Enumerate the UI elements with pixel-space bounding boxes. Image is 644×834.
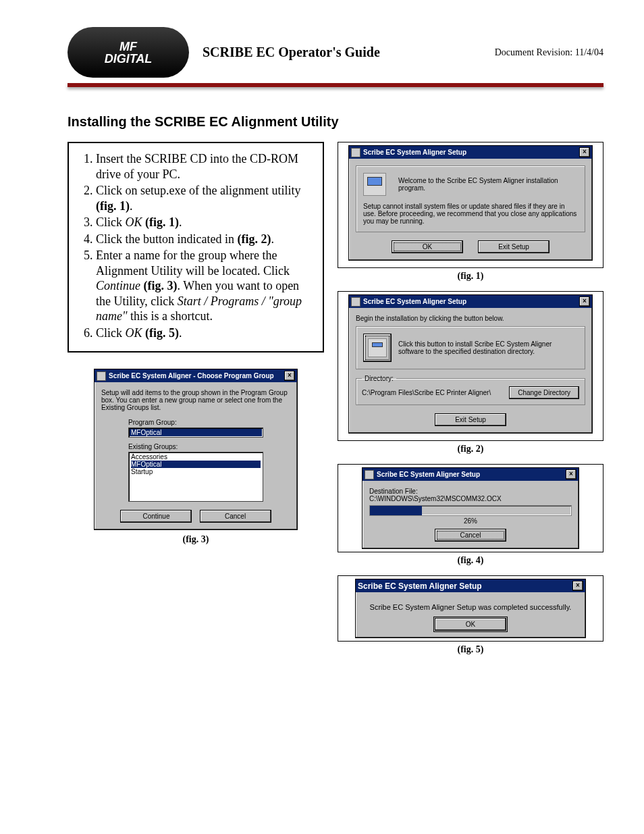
step-2: Click on setup.exe of the alignment util… — [96, 183, 313, 213]
fig1-title: Scribe EC System Aligner Setup — [363, 149, 576, 156]
fig3-intro: Setup will add items to the group shown … — [101, 389, 290, 411]
fig4-caption: (fig. 4) — [338, 555, 603, 566]
step-5-b: Continue — [96, 279, 140, 292]
step-4-c: . — [271, 232, 274, 246]
change-directory-button[interactable]: Change Directory — [509, 386, 579, 399]
fig1-dialog: Scribe EC System Aligner Setup × Welcome… — [348, 145, 593, 261]
fig4-title: Scribe EC System Aligner Setup — [377, 471, 563, 478]
fig3-titlebar: Scribe EC System Aligner - Choose Progra… — [95, 369, 297, 382]
list-item[interactable]: Accessories — [131, 453, 261, 461]
step-6-d: . — [179, 326, 182, 340]
app-icon — [365, 470, 374, 479]
exit-setup-button[interactable]: Exit Setup — [435, 413, 506, 426]
existing-groups-list[interactable]: Accessories MFOptical Startup — [128, 452, 263, 502]
continue-button[interactable]: Continue — [120, 510, 192, 523]
fig1-titlebar: Scribe EC System Aligner Setup × — [349, 146, 592, 159]
fig5-title: Scribe EC System Aligner Setup — [358, 581, 570, 591]
step-5-f: this is a shortcut. — [128, 309, 213, 323]
step-3-a: Click — [96, 215, 126, 229]
close-icon[interactable]: × — [284, 371, 295, 381]
fig5-caption: (fig. 5) — [338, 644, 603, 655]
cancel-button[interactable]: Cancel — [435, 529, 506, 542]
step-5-a: Enter a name for the group where the Ali… — [96, 249, 290, 278]
directory-path: C:\Program Files\Scribe EC Printer Align… — [362, 389, 502, 396]
ok-button[interactable]: OK — [435, 618, 506, 631]
step-5-c: (fig. 3) — [140, 279, 177, 292]
step-3: Click OK (fig. 1). — [96, 215, 313, 230]
fig1-caption: (fig. 1) — [338, 271, 603, 282]
fig2-caption: (fig. 2) — [338, 444, 603, 454]
program-group-label: Program Group: — [128, 419, 263, 426]
fig5-dialog: Scribe EC System Aligner Setup × Scribe … — [355, 579, 586, 638]
existing-groups-label: Existing Groups: — [128, 443, 263, 450]
close-icon[interactable]: × — [572, 581, 583, 591]
destination-file-label: Destination File: — [369, 488, 572, 495]
fig2-dialog: Scribe EC System Aligner Setup × Begin t… — [348, 294, 593, 434]
progress-bar — [369, 505, 572, 516]
section-heading: Installing the SCRIBE EC Alignment Utili… — [68, 114, 603, 130]
fig1-body: Setup cannot install system files or upd… — [363, 203, 578, 225]
step-3-c: (fig. 1) — [142, 215, 179, 229]
progress-fill — [370, 506, 422, 515]
step-3-b: OK — [126, 215, 142, 229]
fig2-hint: Click this button to install Scribe EC S… — [398, 340, 578, 355]
fig3-dialog: Scribe EC System Aligner - Choose Progra… — [94, 369, 298, 530]
exit-setup-button[interactable]: Exit Setup — [478, 240, 549, 253]
install-button[interactable] — [363, 334, 392, 362]
step-4-b: (fig. 2) — [237, 232, 271, 246]
guide-title: SCRIBE EC Operator's Guide — [203, 45, 380, 60]
step-6: Click OK (fig. 5). — [96, 325, 313, 341]
app-icon — [351, 148, 360, 157]
header: MF DIGITAL SCRIBE EC Operator's Guide Do… — [68, 27, 603, 78]
fig2-title: Scribe EC System Aligner Setup — [363, 298, 576, 305]
step-4: Click the button indicated in (fig. 2). — [96, 232, 313, 247]
step-6-a: Click — [96, 326, 126, 340]
app-icon — [351, 297, 360, 307]
fig2-titlebar: Scribe EC System Aligner Setup × — [349, 295, 592, 308]
computer-icon — [363, 173, 386, 196]
destination-file-path: C:\WINDOWS\System32\MSCOMM32.OCX — [369, 495, 572, 502]
step-6-c: (fig. 5) — [142, 326, 179, 340]
directory-group: Directory: C:\Program Files\Scribe EC Pr… — [356, 375, 585, 405]
directory-legend: Directory: — [362, 375, 396, 382]
progress-percent: 26% — [369, 517, 572, 525]
steps-box: Insert the SCRIBE CD into the CD-ROM dri… — [68, 142, 324, 353]
fig2-begin: Begin the installation by clicking the b… — [356, 315, 585, 322]
header-rule — [68, 83, 603, 87]
fig5-titlebar: Scribe EC System Aligner Setup × — [356, 579, 585, 592]
step-2-c: . — [130, 199, 133, 213]
close-icon[interactable]: × — [579, 147, 590, 157]
app-icon — [97, 371, 106, 381]
close-icon[interactable]: × — [566, 469, 576, 479]
list-item[interactable]: Startup — [131, 468, 261, 475]
fig4-titlebar: Scribe EC System Aligner Setup × — [363, 468, 579, 481]
step-1-text: Insert the SCRIBE CD into the CD-ROM dri… — [96, 152, 298, 181]
step-6-b: OK — [126, 326, 142, 340]
fig1-welcome: Welcome to the Scribe EC System Aligner … — [398, 177, 578, 192]
doc-revision: Document Revision: 11/4/04 — [495, 47, 603, 58]
step-4-a: Click the button indicated in — [96, 232, 237, 246]
list-item[interactable]: MFOptical — [131, 461, 261, 468]
cancel-button[interactable]: Cancel — [200, 510, 271, 523]
logo: MF DIGITAL — [68, 27, 189, 78]
step-2-b: (fig. 1) — [96, 199, 130, 213]
fig4-dialog: Scribe EC System Aligner Setup × Destina… — [362, 467, 579, 549]
step-1: Insert the SCRIBE CD into the CD-ROM dri… — [96, 151, 313, 182]
program-group-input[interactable]: MFOptical — [128, 427, 263, 438]
computer-icon — [368, 338, 387, 357]
step-5: Enter a name for the group where the Ali… — [96, 248, 313, 324]
step-2-a: Click on setup.exe of the alignment util… — [96, 184, 300, 197]
step-3-d: . — [179, 215, 182, 229]
fig5-message: Scribe EC System Aligner Setup was compl… — [363, 603, 579, 611]
ok-button[interactable]: OK — [392, 240, 463, 253]
fig3-caption: (fig. 3) — [68, 534, 324, 545]
fig3-title: Scribe EC System Aligner - Choose Progra… — [109, 372, 281, 380]
logo-line1: MF — [105, 41, 153, 53]
close-icon[interactable]: × — [579, 296, 590, 307]
logo-line2: DIGITAL — [105, 53, 153, 65]
